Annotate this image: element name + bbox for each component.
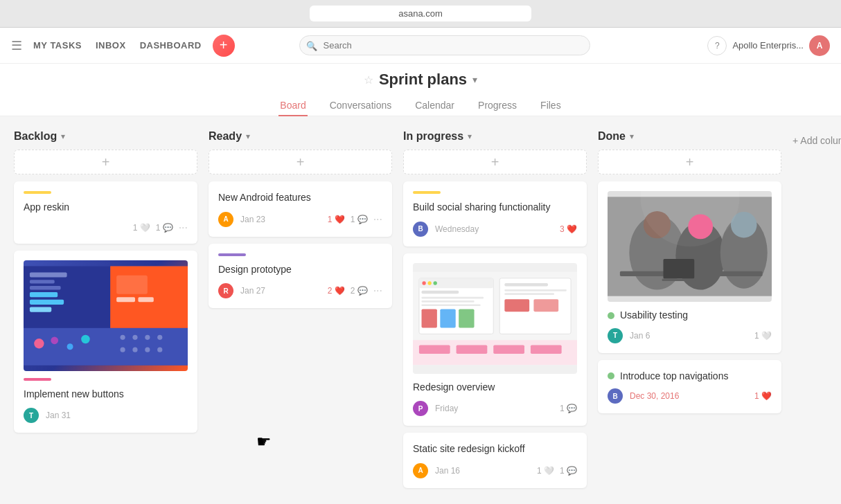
avatar-design-prototype: R — [218, 283, 233, 298]
column-header-ready: Ready ▾ — [209, 130, 392, 143]
svg-point-29 — [427, 281, 431, 285]
like-action-design[interactable]: 2 ❤️ — [328, 286, 345, 296]
star-icon[interactable]: ☆ — [364, 73, 373, 87]
svg-rect-12 — [138, 297, 153, 302]
svg-point-28 — [422, 281, 425, 285]
card-title-top-navigations: Introduce top navigations — [620, 370, 772, 384]
add-card-ready[interactable]: + — [209, 150, 392, 174]
comment-action-app-reskin[interactable]: 1 💬 — [156, 223, 173, 233]
like-action-usability[interactable]: 1 🤍 — [754, 331, 772, 341]
comment-action-redesign[interactable]: 1 💬 — [560, 404, 577, 413]
card-footer-usability-meta: T Jan 6 1 🤍 — [608, 328, 772, 343]
card-title-redesign-overview: Redesign overview — [413, 381, 577, 395]
card-redesign-overview: Redesign overview P Friday 1 💬 — [403, 253, 587, 426]
top-nav-left: ☰ MY TASKS INBOX DASHBOARD + — [11, 35, 235, 57]
done-chevron-icon[interactable]: ▾ — [630, 132, 634, 141]
comment-action-static[interactable]: 1 💬 — [560, 466, 577, 476]
nav-dashboard[interactable]: DASHBOARD — [140, 40, 202, 51]
date-topnav: Dec 30, 2016 — [630, 391, 747, 401]
like-action-app-reskin[interactable]: 1 🤍 — [133, 223, 150, 233]
color-bar-pink — [24, 378, 51, 381]
nav-inbox[interactable]: INBOX — [96, 40, 126, 51]
search-input[interactable] — [299, 35, 590, 55]
svg-rect-32 — [422, 296, 484, 298]
search-wrap: 🔍 — [299, 35, 590, 55]
column-backlog: Backlog ▾ + App reskin 1 🤍 1 💬 ··· — [14, 130, 197, 440]
tab-files[interactable]: Files — [539, 96, 563, 116]
svg-rect-47 — [493, 345, 524, 354]
tab-board[interactable]: Board — [278, 96, 307, 116]
add-card-in-progress[interactable]: + — [403, 150, 587, 174]
column-in-progress: In progress ▾ + Build social sharing fun… — [403, 130, 587, 495]
more-icon-design[interactable]: ··· — [373, 285, 382, 297]
more-icon-app-reskin[interactable]: ··· — [179, 222, 188, 234]
board-area: Backlog ▾ + App reskin 1 🤍 1 💬 ··· — [0, 116, 841, 504]
comment-action-design[interactable]: 2 💬 — [351, 286, 368, 296]
add-column-button[interactable]: + Add column — [793, 135, 841, 146]
card-top-navigations: Introduce top navigations B Dec 30, 2016… — [598, 360, 781, 414]
svg-point-17 — [121, 334, 125, 339]
status-dot-usability — [608, 312, 614, 319]
column-header-done: Done ▾ — [598, 130, 781, 143]
card-actions-static-site: 1 🤍 1 💬 — [537, 466, 577, 476]
like-action-social[interactable]: 3 ❤️ — [560, 224, 577, 234]
like-action-topnav[interactable]: 1 ❤️ — [754, 391, 772, 401]
add-button[interactable]: + — [213, 35, 235, 57]
avatar-social: B — [413, 222, 428, 237]
svg-point-15 — [67, 343, 73, 350]
date-usability: Jan 6 — [630, 331, 747, 341]
column-header-backlog: Backlog ▾ — [14, 130, 197, 143]
svg-rect-8 — [30, 299, 64, 304]
card-footer-design-prototype: R Jan 27 2 ❤️ 2 💬 ··· — [218, 283, 382, 298]
svg-rect-59 — [662, 279, 696, 282]
avatar-implement-buttons: T — [24, 408, 39, 423]
tab-calendar[interactable]: Calendar — [414, 96, 456, 116]
card-footer-app-reskin: 1 🤍 1 💬 ··· — [24, 222, 188, 234]
title-chevron-icon[interactable]: ▾ — [472, 74, 477, 85]
more-icon-android[interactable]: ··· — [373, 213, 382, 226]
search-icon: 🔍 — [306, 40, 317, 51]
svg-rect-34 — [422, 304, 481, 306]
svg-rect-2 — [110, 266, 188, 327]
in-progress-chevron-icon[interactable]: ▾ — [468, 132, 472, 141]
svg-rect-43 — [533, 299, 558, 312]
add-column-container: + Add column — [793, 130, 841, 147]
card-title-app-reskin: App reskin — [24, 201, 188, 215]
comment-action-android[interactable]: 1 💬 — [351, 215, 368, 224]
help-button[interactable]: ? — [707, 36, 727, 55]
card-usability-testing: Usability testing T Jan 6 1 🤍 — [598, 181, 781, 353]
color-bar-social — [413, 191, 441, 194]
card-actions-design-prototype: 2 ❤️ 2 💬 ··· — [328, 285, 382, 297]
like-action-static[interactable]: 1 🤍 — [537, 466, 554, 476]
avatar-redesign: P — [413, 401, 428, 416]
svg-point-19 — [145, 334, 150, 339]
card-actions-android: 1 ❤️ 1 💬 ··· — [328, 213, 382, 226]
card-actions-social: 3 ❤️ — [560, 224, 577, 234]
svg-rect-48 — [531, 345, 562, 354]
svg-rect-41 — [504, 293, 554, 295]
svg-point-16 — [81, 334, 90, 343]
ready-chevron-icon[interactable]: ▾ — [246, 132, 250, 141]
like-action-android[interactable]: 1 ❤️ — [328, 215, 345, 224]
backlog-chevron-icon[interactable]: ▾ — [61, 132, 65, 141]
card-image-usability — [608, 191, 772, 302]
add-card-done[interactable]: + — [598, 150, 781, 174]
card-actions-topnav: 1 ❤️ — [754, 391, 772, 401]
project-title-row: ☆ Sprint plans ▾ — [0, 71, 841, 89]
card-title-row-topnav: Introduce top navigations — [608, 370, 772, 384]
column-header-in-progress: In progress ▾ — [403, 130, 587, 143]
card-title-static-site: Static site redesign kickoff — [413, 442, 577, 456]
avatar-topnav: B — [608, 388, 623, 404]
add-card-backlog[interactable]: + — [14, 150, 197, 174]
tab-progress[interactable]: Progress — [477, 96, 518, 116]
svg-rect-58 — [663, 259, 694, 279]
card-footer-topnav: B Dec 30, 2016 1 ❤️ — [608, 388, 772, 404]
card-static-site: Static site redesign kickoff A Jan 16 1 … — [403, 433, 587, 488]
nav-my-tasks[interactable]: MY TASKS — [33, 40, 82, 51]
svg-point-20 — [157, 334, 162, 339]
column-title-done: Done — [598, 130, 626, 143]
tab-conversations[interactable]: Conversations — [328, 96, 393, 116]
hamburger-icon[interactable]: ☰ — [11, 38, 22, 53]
svg-rect-10 — [116, 275, 148, 294]
color-bar-yellow — [24, 191, 51, 194]
